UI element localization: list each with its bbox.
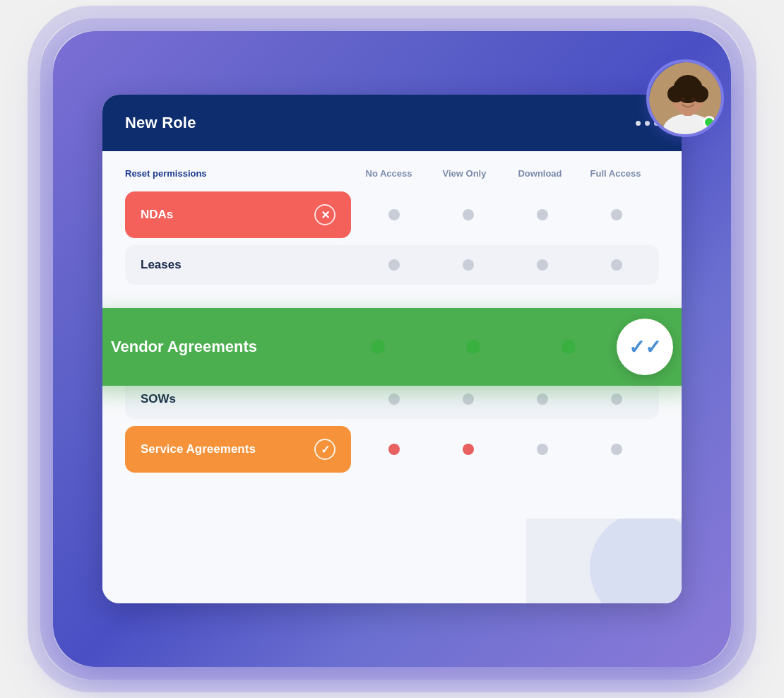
- x-icon: ✕: [314, 204, 335, 225]
- leases-dot-1: [388, 259, 400, 271]
- ndas-name-cell: NDAs ✕: [125, 191, 351, 238]
- sows-dots: [351, 394, 659, 405]
- service-label: Service Agreements: [141, 442, 256, 456]
- bottom-decoration: [526, 519, 682, 603]
- leases-dot-2: [463, 259, 474, 271]
- col-no-access: No Access: [351, 168, 427, 179]
- service-dot-2: [463, 444, 474, 455]
- col-full-access: Full Access: [578, 168, 653, 179]
- avatar: [646, 59, 724, 137]
- sows-dot-2: [463, 394, 474, 405]
- sows-label: SOWs: [141, 392, 176, 406]
- sows-dot-3: [537, 394, 548, 405]
- col-view-only: View Only: [427, 168, 502, 179]
- row-service-agreements[interactable]: Service Agreements ✓: [125, 426, 659, 473]
- dot-view-only: [463, 209, 474, 220]
- ndas-label: NDAs: [141, 208, 173, 222]
- column-headers: Reset permissions No Access View Only Do…: [125, 168, 659, 179]
- vendor-label: Vendor Agreements: [111, 338, 330, 356]
- page-title: New Role: [125, 114, 196, 132]
- ndas-dots: [351, 209, 659, 220]
- leases-dot-3: [537, 259, 548, 271]
- double-check-icon: ✓✓: [629, 336, 661, 359]
- dot-full-access: [611, 209, 622, 220]
- service-dot-4: [611, 444, 622, 455]
- dot-download: [537, 209, 548, 220]
- vendor-dots: [330, 340, 617, 354]
- vendor-dot-2: [466, 340, 480, 354]
- leases-name-cell: Leases: [125, 245, 351, 285]
- col-download: Download: [502, 168, 578, 179]
- service-dot-1: [388, 444, 400, 455]
- check-circle-icon: ✓: [314, 439, 335, 460]
- col-reset: Reset permissions: [125, 168, 351, 179]
- online-indicator: [703, 116, 715, 129]
- leases-dots: [351, 259, 659, 271]
- dot-no-access: [388, 209, 400, 220]
- svg-point-9: [681, 97, 685, 102]
- row-leases[interactable]: Leases: [125, 245, 659, 285]
- permissions-area: Reset permissions No Access View Only Do…: [102, 151, 682, 603]
- sows-dot-4: [611, 394, 622, 405]
- main-card: New Role Reset permissions No Access Vie…: [102, 95, 682, 603]
- service-name-cell: Service Agreements ✓: [125, 426, 351, 473]
- sows-dot-1: [388, 394, 400, 405]
- outer-background: New Role Reset permissions No Access Vie…: [53, 31, 731, 667]
- row-vendor-agreements[interactable]: Vendor Agreements ✓✓: [102, 308, 682, 386]
- vendor-dot-3: [562, 340, 576, 354]
- vendor-dot-1: [371, 340, 385, 354]
- dot-2: [645, 121, 650, 126]
- vendor-full-access-btn[interactable]: ✓✓: [617, 319, 673, 375]
- service-dot-3: [537, 444, 548, 455]
- leases-label: Leases: [141, 258, 182, 271]
- service-dots: [351, 444, 659, 455]
- row-ndas[interactable]: NDAs ✕: [125, 191, 659, 238]
- dot-1: [636, 121, 641, 126]
- svg-point-8: [688, 79, 702, 93]
- svg-point-10: [691, 97, 695, 102]
- svg-point-7: [674, 79, 688, 93]
- leases-dot-4: [611, 259, 622, 271]
- card-header: New Role: [102, 95, 682, 151]
